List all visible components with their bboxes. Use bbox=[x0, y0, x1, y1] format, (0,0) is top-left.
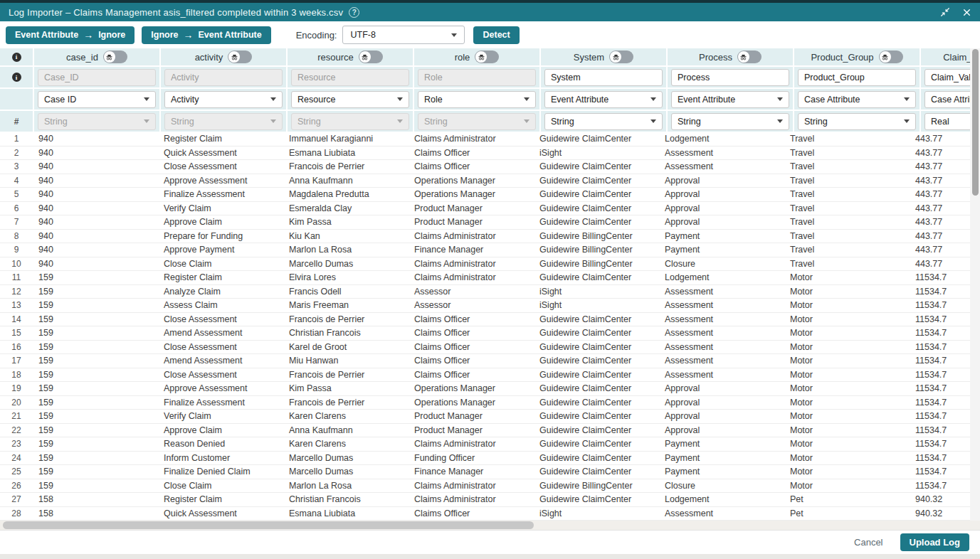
column-name-input[interactable] bbox=[418, 69, 536, 86]
row-number: 28 bbox=[0, 509, 33, 518]
anonymize-icon bbox=[228, 51, 240, 63]
table-cell: Francois de Perrier bbox=[283, 398, 409, 408]
table-cell: 159 bbox=[33, 467, 158, 477]
column-mapping-select[interactable]: Case ID bbox=[38, 91, 156, 108]
table-cell: Assessment bbox=[659, 287, 784, 297]
table-cell: Pet bbox=[784, 494, 910, 504]
table-cell: Quick Assessment bbox=[158, 509, 283, 518]
anonymize-toggle[interactable] bbox=[737, 50, 762, 63]
help-icon[interactable]: ? bbox=[349, 7, 359, 18]
column-type-select[interactable]: String bbox=[544, 113, 663, 130]
chevron-down-icon bbox=[650, 119, 656, 126]
column-name-input[interactable] bbox=[291, 69, 409, 86]
table-cell: Operations Manager bbox=[409, 176, 534, 186]
cancel-button[interactable]: Cancel bbox=[854, 537, 882, 548]
table-cell: Francis Odell bbox=[283, 287, 409, 297]
chevron-down-icon bbox=[397, 119, 403, 126]
column-mapping-select[interactable]: Event Attribute bbox=[671, 91, 789, 108]
table-cell: Motor bbox=[784, 328, 910, 338]
table-cell: Close Claim bbox=[158, 259, 283, 269]
anonymize-toggle[interactable] bbox=[228, 50, 252, 63]
table-cell: Approval bbox=[659, 383, 784, 393]
collapse-icon[interactable] bbox=[940, 7, 950, 17]
table-cell: Guidewire BillingCenter bbox=[534, 245, 659, 255]
table-cell: 159 bbox=[33, 383, 158, 393]
table-cell: Assessment bbox=[659, 161, 784, 171]
row-number: 10 bbox=[0, 259, 33, 269]
anonymize-icon bbox=[104, 51, 115, 63]
table-cell: Guidewire ClaimCenter bbox=[534, 411, 659, 421]
anonymize-toggle[interactable] bbox=[475, 50, 499, 63]
table-cell: iSight bbox=[534, 300, 659, 310]
table-cell: Guidewire ClaimCenter bbox=[534, 494, 659, 504]
column-header: resource bbox=[288, 48, 413, 65]
table-cell: Guidewire ClaimCenter bbox=[534, 314, 659, 324]
column-mapping-select[interactable]: Activity bbox=[164, 91, 283, 108]
column-mapping-select[interactable]: Resource bbox=[291, 91, 409, 108]
table-row: 4940Approve AssessmentAnna KaufmannOpera… bbox=[0, 174, 980, 188]
column-type-value: String bbox=[297, 117, 321, 127]
table-cell: Assessment bbox=[659, 509, 784, 518]
vertical-scrollbar-track bbox=[970, 48, 980, 521]
table-cell: 159 bbox=[33, 328, 158, 338]
upload-log-button[interactable]: Upload Log bbox=[900, 533, 970, 551]
table-cell: Close Assessment bbox=[158, 161, 283, 171]
table-cell: Assessment bbox=[659, 370, 784, 380]
column-type-select: String bbox=[38, 113, 156, 130]
column-mapping-select[interactable]: Case Attribute bbox=[798, 91, 916, 108]
column-name-input[interactable] bbox=[544, 69, 663, 86]
table-cell: 159 bbox=[33, 287, 158, 297]
anonymize-icon bbox=[610, 51, 621, 63]
column-type-value: Real bbox=[931, 117, 949, 127]
column-mapping-select[interactable]: Event Attribute bbox=[544, 91, 663, 108]
chevron-down-icon bbox=[524, 119, 529, 126]
column-name-input[interactable] bbox=[164, 69, 283, 86]
detect-button[interactable]: Detect bbox=[473, 26, 519, 44]
table-cell: Magdalena Predutta bbox=[283, 189, 409, 199]
table-cell: Approval bbox=[659, 203, 784, 213]
table-row: 12159Analyze ClaimFrancis OdellAssessori… bbox=[0, 285, 980, 299]
table-cell: Lodgement bbox=[659, 494, 784, 504]
table-cell: Approval bbox=[659, 425, 784, 435]
close-icon[interactable] bbox=[962, 8, 971, 17]
column-type-value: String bbox=[44, 117, 68, 127]
column-name-input[interactable] bbox=[798, 69, 916, 86]
column-name-input[interactable] bbox=[38, 69, 156, 86]
column-type-select[interactable]: String bbox=[798, 113, 916, 130]
anonymize-icon bbox=[475, 51, 487, 63]
dialog-title: Log Importer – Claims Management asis_fi… bbox=[9, 7, 343, 18]
column-mapping-cell: Role bbox=[414, 89, 539, 110]
vertical-scrollbar-thumb[interactable] bbox=[972, 49, 979, 196]
table-cell: Assessment bbox=[659, 314, 784, 324]
table-cell: Guidewire ClaimCenter bbox=[534, 398, 659, 408]
table-cell: 159 bbox=[33, 272, 158, 282]
encoding-select[interactable]: UTF-8 bbox=[342, 26, 465, 44]
anonymize-toggle[interactable] bbox=[879, 50, 903, 63]
table-cell: Motor bbox=[784, 370, 910, 380]
horizontal-scrollbar-thumb[interactable] bbox=[3, 521, 534, 529]
table-cell: Travel bbox=[784, 231, 910, 241]
column-title: Process bbox=[699, 52, 732, 63]
table-cell: Motor bbox=[784, 272, 910, 282]
table-cell: Marcello Dumas bbox=[283, 467, 409, 477]
column-mapping-select[interactable]: Role bbox=[418, 91, 536, 108]
table-row: 26159Close ClaimMarlon La RosaClaims Adm… bbox=[0, 479, 980, 494]
table-cell: Anna Kaufmann bbox=[283, 425, 409, 435]
table-cell: 159 bbox=[33, 356, 158, 366]
anonymize-toggle[interactable] bbox=[103, 50, 127, 63]
table-cell: Approval bbox=[659, 398, 784, 408]
ignore-to-event-attribute-button[interactable]: Ignore → Event Attribute bbox=[142, 26, 270, 44]
event-attribute-to-ignore-button[interactable]: Event Attribute → Ignore bbox=[6, 26, 135, 44]
table-cell: Francois de Perrier bbox=[283, 314, 409, 324]
column-type-select[interactable]: String bbox=[671, 113, 789, 130]
table-cell: Claims Administrator bbox=[409, 134, 534, 144]
row-number: 27 bbox=[0, 494, 33, 504]
table-cell: Motor bbox=[784, 300, 910, 310]
column-name-input[interactable] bbox=[671, 69, 789, 86]
anonymize-toggle[interactable] bbox=[359, 50, 383, 63]
table-cell: Assessment bbox=[659, 300, 784, 310]
table-cell: Product Manager bbox=[409, 411, 534, 421]
table-cell: Close Assessment bbox=[158, 342, 283, 352]
anonymize-toggle[interactable] bbox=[609, 50, 633, 63]
table-cell: Approve Assessment bbox=[158, 176, 283, 186]
